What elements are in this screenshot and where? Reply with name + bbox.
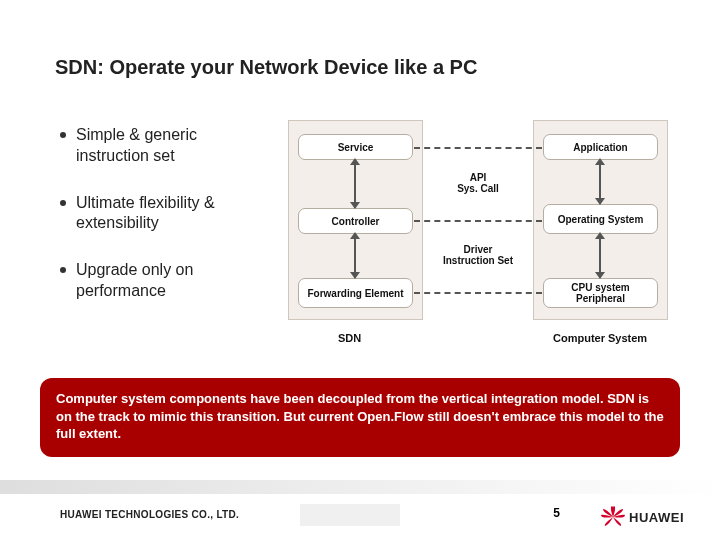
dashed-connector bbox=[414, 292, 542, 294]
bullet-dot-icon bbox=[60, 132, 66, 138]
huawei-flower-icon bbox=[601, 506, 625, 528]
diagram: Service Controller Forwarding Element Ap… bbox=[288, 120, 668, 360]
arrowhead-icon bbox=[350, 202, 360, 209]
arrowhead-icon bbox=[595, 198, 605, 205]
logo-text: HUAWEI bbox=[629, 510, 684, 525]
diagram-box-cpu: CPU system Peripheral bbox=[543, 278, 658, 308]
connector-label-api: API Sys. Call bbox=[423, 172, 533, 194]
bullet-text: Upgrade only on performance bbox=[76, 260, 270, 302]
bullet-dot-icon bbox=[60, 267, 66, 273]
arrowhead-icon bbox=[350, 158, 360, 165]
footer-gradient bbox=[0, 480, 720, 494]
diagram-box-controller: Controller bbox=[298, 208, 413, 234]
diagram-left-label: SDN bbox=[338, 332, 361, 344]
bullet-list: Simple & generic instruction set Ultimat… bbox=[60, 125, 270, 328]
diagram-box-forwarding: Forwarding Element bbox=[298, 278, 413, 308]
diagram-box-service: Service bbox=[298, 134, 413, 160]
diagram-box-os: Operating System bbox=[543, 204, 658, 234]
list-item: Ultimate flexibility & extensibility bbox=[60, 193, 270, 235]
bullet-text: Simple & generic instruction set bbox=[76, 125, 270, 167]
bullet-text: Ultimate flexibility & extensibility bbox=[76, 193, 270, 235]
page-number: 5 bbox=[553, 506, 560, 520]
list-item: Upgrade only on performance bbox=[60, 260, 270, 302]
arrowhead-icon bbox=[350, 272, 360, 279]
arrowhead-icon bbox=[595, 232, 605, 239]
arrow-line bbox=[354, 160, 356, 208]
footer-placeholder bbox=[300, 504, 400, 526]
huawei-logo: HUAWEI bbox=[601, 506, 684, 528]
page-title: SDN: Operate your Network Device like a … bbox=[55, 56, 477, 79]
dashed-connector bbox=[414, 147, 542, 149]
list-item: Simple & generic instruction set bbox=[60, 125, 270, 167]
arrowhead-icon bbox=[595, 272, 605, 279]
connector-label-driver: Driver Instruction Set bbox=[423, 244, 533, 266]
arrowhead-icon bbox=[350, 232, 360, 239]
summary-banner: Computer system components have been dec… bbox=[40, 378, 680, 457]
arrowhead-icon bbox=[595, 158, 605, 165]
diagram-right-label: Computer System bbox=[553, 332, 647, 344]
bullet-dot-icon bbox=[60, 200, 66, 206]
diagram-box-application: Application bbox=[543, 134, 658, 160]
dashed-connector bbox=[414, 220, 542, 222]
copyright-text: HUAWEI TECHNOLOGIES CO., LTD. bbox=[60, 509, 239, 520]
footer: HUAWEI TECHNOLOGIES CO., LTD. 5 HUAWEI bbox=[0, 492, 720, 540]
